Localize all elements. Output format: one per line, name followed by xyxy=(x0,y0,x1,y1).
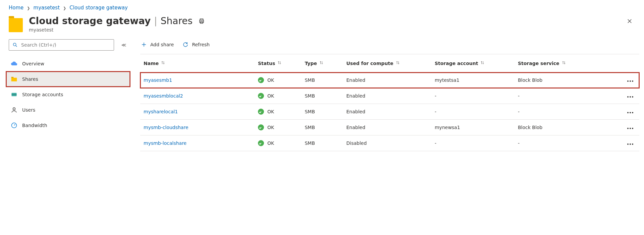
column-label: Storage service xyxy=(518,61,559,66)
share-name[interactable]: mysmb-localshare xyxy=(144,140,186,146)
collapse-sidebar-button[interactable]: ≪ xyxy=(120,41,127,49)
status-cell: OK xyxy=(258,124,298,130)
service-cell: Block Blob xyxy=(515,72,619,88)
svg-rect-10 xyxy=(12,94,17,95)
refresh-button[interactable]: Refresh xyxy=(182,40,210,49)
sidebar-item-overview[interactable]: Overview xyxy=(6,56,130,71)
page-title: Cloud storage gateway | Shares xyxy=(29,15,193,26)
ok-icon xyxy=(258,109,264,115)
column-label: Used for compute xyxy=(346,61,393,66)
service-cell: - xyxy=(515,88,619,104)
status-text: OK xyxy=(267,125,274,130)
svg-point-11 xyxy=(13,108,15,110)
column-header-account[interactable]: Storage account xyxy=(431,54,515,72)
account-cell: - xyxy=(431,88,515,104)
column-header-type[interactable]: Type xyxy=(301,54,343,72)
table-row[interactable]: mysmb-localshare OK SMB Disabled - - xyxy=(140,135,639,151)
status-cell: OK xyxy=(258,93,298,99)
column-header-compute[interactable]: Used for compute xyxy=(343,54,431,72)
sidebar-item-label: Overview xyxy=(22,61,44,66)
service-cell: Block Blob xyxy=(515,120,619,135)
page-header: Cloud storage gateway | Shares myasetest xyxy=(0,13,644,37)
sidebar-item-bandwidth[interactable]: Bandwidth xyxy=(6,118,130,133)
account-cell: - xyxy=(431,104,515,120)
share-name[interactable]: mysmb-cloudshare xyxy=(144,125,189,130)
column-header-name[interactable]: Name xyxy=(140,54,255,72)
svg-rect-8 xyxy=(11,77,14,78)
compute-cell: Enabled xyxy=(343,72,431,88)
user-icon xyxy=(11,107,17,113)
refresh-label: Refresh xyxy=(192,42,210,47)
service-cell: - xyxy=(515,104,619,120)
row-menu-button[interactable] xyxy=(627,143,633,145)
sidebar-item-label: Bandwidth xyxy=(22,123,47,128)
ok-icon xyxy=(258,124,264,130)
svg-line-13 xyxy=(14,124,15,125)
sidebar-item-label: Users xyxy=(22,107,35,113)
status-text: OK xyxy=(267,109,274,114)
table-row[interactable]: mysmb-cloudshare OK SMB Enabled mynewsa1… xyxy=(140,120,639,135)
share-name[interactable]: mysharelocal1 xyxy=(144,109,178,114)
sidebar-item-users[interactable]: Users xyxy=(6,102,130,118)
type-cell: SMB xyxy=(301,88,343,104)
column-label: Status xyxy=(258,61,275,66)
type-cell: SMB xyxy=(301,135,343,151)
row-menu-button[interactable] xyxy=(627,128,633,129)
add-share-button[interactable]: Add share xyxy=(140,40,174,49)
share-name[interactable]: myasesmblocal2 xyxy=(144,93,183,99)
type-cell: SMB xyxy=(301,104,343,120)
compute-cell: Enabled xyxy=(343,104,431,120)
row-menu-button[interactable] xyxy=(627,112,633,113)
search-icon xyxy=(12,42,18,48)
ok-icon xyxy=(258,77,264,83)
search-input[interactable] xyxy=(9,39,114,51)
row-menu-button[interactable] xyxy=(627,80,633,82)
breadcrumb: Home ❯ myasetest ❯ Cloud storage gateway xyxy=(0,0,644,13)
breadcrumb-resource[interactable]: myasetest xyxy=(34,5,60,11)
print-icon[interactable] xyxy=(199,18,205,24)
column-header-service[interactable]: Storage service xyxy=(515,54,619,72)
page-title-sub: Shares xyxy=(161,15,193,26)
svg-point-5 xyxy=(13,43,16,46)
sidebar-item-shares[interactable]: Shares xyxy=(6,71,130,87)
shares-table: NameStatusTypeUsed for computeStorage ac… xyxy=(140,54,639,151)
breadcrumb-home[interactable]: Home xyxy=(9,5,23,11)
chevron-right-icon: ❯ xyxy=(27,6,30,10)
chevron-right-icon: ❯ xyxy=(63,6,66,10)
type-cell: SMB xyxy=(301,120,343,135)
sort-icon xyxy=(319,60,324,66)
close-button[interactable] xyxy=(624,15,635,27)
search-field[interactable] xyxy=(20,42,110,48)
status-cell: OK xyxy=(258,140,298,146)
compute-cell: Enabled xyxy=(343,88,431,104)
column-label: Storage account xyxy=(435,61,478,66)
share-name[interactable]: myasesmb1 xyxy=(144,77,172,83)
meter-icon xyxy=(11,122,17,129)
sort-icon xyxy=(395,60,400,66)
main-content: Add share Refresh NameStatusTypeUsed for… xyxy=(130,37,643,151)
row-menu-button[interactable] xyxy=(627,96,633,98)
table-row[interactable]: mysharelocal1 OK SMB Enabled - - xyxy=(140,104,639,120)
column-header-actions xyxy=(619,54,639,72)
storage-icon xyxy=(11,91,17,98)
page-subtitle: myasetest xyxy=(29,27,624,33)
column-header-status[interactable]: Status xyxy=(255,54,301,72)
service-cell: - xyxy=(515,135,619,151)
column-label: Name xyxy=(144,61,159,66)
status-cell: OK xyxy=(258,109,298,115)
sort-icon xyxy=(161,60,165,66)
add-share-label: Add share xyxy=(150,42,174,47)
ok-icon xyxy=(258,93,264,99)
sidebar-nav: Overview Shares Storage accounts Users B… xyxy=(6,56,130,133)
table-row[interactable]: myasesmblocal2 OK SMB Enabled - - xyxy=(140,88,639,104)
status-text: OK xyxy=(267,140,274,146)
plus-icon xyxy=(141,42,147,48)
status-cell: OK xyxy=(258,77,298,83)
refresh-icon xyxy=(182,42,189,48)
sidebar-item-label: Shares xyxy=(22,76,38,82)
ok-icon xyxy=(258,140,264,146)
sidebar-item-storage-accounts[interactable]: Storage accounts xyxy=(6,87,130,102)
table-row[interactable]: myasesmb1 OK SMB Enabled mytestsa1 Block… xyxy=(140,72,639,88)
breadcrumb-current[interactable]: Cloud storage gateway xyxy=(69,5,128,11)
sort-icon xyxy=(480,60,485,66)
